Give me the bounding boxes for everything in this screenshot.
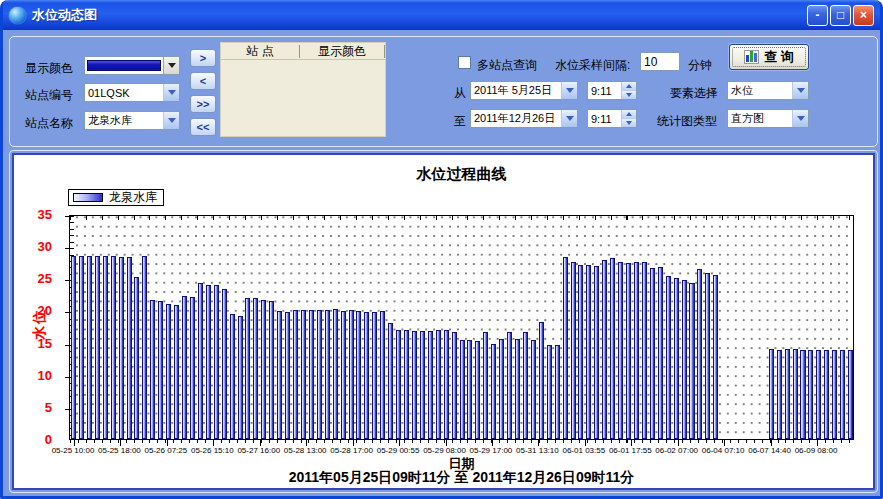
bar: [190, 297, 195, 439]
bar: [119, 257, 124, 439]
x-major-tick: [167, 439, 168, 446]
close-button[interactable]: ×: [853, 5, 874, 26]
chevron-down-icon[interactable]: [561, 110, 577, 127]
bar: [436, 330, 441, 439]
x-tick-label: 05-29 08:00: [423, 446, 466, 455]
x-major-tick: [399, 439, 400, 446]
title-bar[interactable]: 水位动态图 - □ ×: [3, 0, 880, 30]
bar: [689, 283, 694, 439]
query-button[interactable]: 查 询: [729, 44, 809, 70]
chevron-down-icon[interactable]: [163, 112, 179, 129]
x-major-tick: [260, 439, 261, 446]
station-id-value: 01LQSK: [85, 87, 163, 99]
left-major-ticks: [65, 216, 70, 441]
bar: [142, 256, 147, 439]
bar: [230, 314, 235, 439]
bar: [523, 332, 528, 439]
bar: [174, 305, 179, 439]
minimize-button[interactable]: -: [807, 5, 828, 26]
bar: [539, 322, 544, 439]
station-list[interactable]: 站 点 显示颜色: [220, 42, 386, 137]
bar: [285, 312, 290, 439]
bar: [483, 332, 488, 439]
move-all-left-button[interactable]: <<: [190, 118, 216, 136]
to-time-spinner[interactable]: 9:11: [587, 109, 637, 128]
chevron-down-icon[interactable]: [163, 84, 179, 101]
bar: [578, 265, 583, 439]
x-major-tick: [678, 439, 679, 446]
bar: [658, 267, 663, 439]
interval-label: 水位采样间隔:: [555, 57, 630, 74]
legend-swatch: [73, 193, 103, 202]
x-tick-label: 05-29 17:00: [470, 446, 513, 455]
to-label: 至: [454, 113, 466, 130]
x-tick-label: 05-28 17:00: [330, 446, 373, 455]
move-all-right-button[interactable]: >>: [190, 95, 216, 113]
chart-type-combobox[interactable]: 直方图: [727, 109, 809, 128]
chart-groupbox: 水位过程曲线 龙泉水库 水位 35302520151050 05-25 10:0…: [9, 150, 878, 493]
bar: [388, 323, 393, 439]
bar: [816, 350, 821, 439]
bar: [467, 340, 472, 439]
move-left-button[interactable]: <: [190, 72, 216, 90]
bar: [412, 331, 417, 439]
bar: [848, 350, 853, 439]
element-combobox[interactable]: 水位: [727, 81, 809, 100]
spinner-buttons[interactable]: [621, 82, 636, 99]
list-col-station: 站 点: [221, 43, 299, 60]
bar: [103, 256, 108, 439]
x-tick-label: 05-26 07:25: [145, 446, 188, 455]
multi-station-label: 多站点查询: [477, 57, 537, 74]
window-title: 水位动态图: [32, 6, 807, 24]
x-tick-label: 05-27 16:00: [237, 446, 280, 455]
bar: [245, 298, 250, 439]
bar: [705, 273, 710, 440]
from-date-picker[interactable]: 2011年 5月25日: [470, 81, 578, 100]
bar: [253, 298, 258, 439]
bar: [626, 263, 631, 439]
bar: [333, 309, 338, 439]
multi-station-checkbox[interactable]: [458, 56, 471, 69]
bottom-minor-ticks: [70, 439, 853, 443]
bar: [785, 349, 790, 439]
bar: [634, 262, 639, 439]
y-tick-label: 25: [38, 271, 52, 286]
interval-input[interactable]: [640, 52, 680, 71]
y-tick-label: 0: [45, 432, 52, 447]
move-right-button[interactable]: >: [190, 49, 216, 67]
chevron-down-icon[interactable]: [792, 110, 808, 127]
bar: [610, 258, 615, 439]
bar: [800, 350, 805, 439]
chevron-down-icon[interactable]: [561, 82, 577, 99]
chevron-down-icon[interactable]: [163, 57, 179, 74]
station-id-combobox[interactable]: 01LQSK: [84, 83, 180, 102]
y-tick-label: 15: [38, 336, 52, 351]
bar: [158, 301, 163, 439]
chart-type-label: 统计图类型: [657, 113, 717, 130]
chevron-down-icon[interactable]: [792, 82, 808, 99]
maximize-button[interactable]: □: [830, 5, 851, 26]
app-window: 水位动态图 - □ × 显示颜色 站点编号 01LQSK 站点名称 龙泉水库 >…: [0, 0, 883, 499]
bar: [261, 300, 266, 439]
bar: [238, 316, 243, 439]
bar: [71, 256, 76, 439]
bar: [769, 349, 774, 439]
interval-unit-label: 分钟: [688, 57, 712, 74]
bar: [325, 310, 330, 439]
from-time-spinner[interactable]: 9:11: [587, 81, 637, 100]
spinner-buttons[interactable]: [621, 110, 636, 127]
to-date-picker[interactable]: 2011年12月26日: [470, 109, 578, 128]
chart-legend: 龙泉水库: [68, 189, 164, 206]
bar: [95, 256, 100, 439]
x-major-tick: [492, 439, 493, 446]
bar: [602, 260, 607, 439]
bar: [460, 340, 465, 439]
display-color-dropdown[interactable]: [84, 56, 180, 75]
station-name-combobox[interactable]: 龙泉水库: [84, 111, 180, 130]
bar: [531, 340, 536, 439]
x-tick-label: 05-28 13:00: [284, 446, 327, 455]
x-tick-label: 06-01 17:55: [609, 446, 652, 455]
bar: [507, 332, 512, 439]
header-separator: [384, 45, 385, 58]
control-panel: 显示颜色 站点编号 01LQSK 站点名称 龙泉水库 > < >> << 站 点…: [9, 36, 878, 147]
